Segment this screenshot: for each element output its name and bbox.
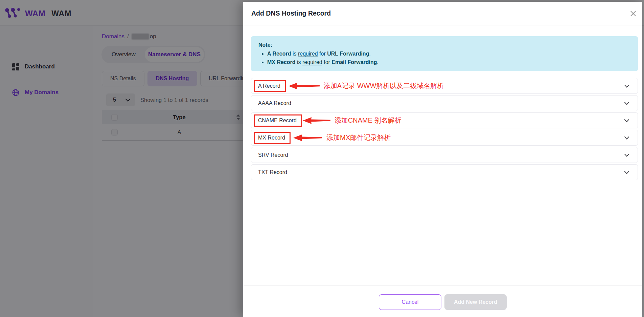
note-list: A Record is required for URL Forwarding.… (267, 49, 630, 66)
chevron-down-icon (623, 169, 630, 176)
cancel-button[interactable]: Cancel (379, 294, 441, 310)
chevron-down-icon (623, 100, 630, 107)
note-heading: Note: (258, 41, 630, 49)
add-dns-record-modal: Add DNS Hosting Record Note: A Record is… (243, 2, 642, 317)
accordion-item-mx-record[interactable]: MX Record 添加MX邮件记录解析 (251, 130, 638, 146)
accordion-item-txt-record[interactable]: TXT Record (251, 164, 638, 180)
chevron-down-icon (623, 152, 630, 158)
accordion-label: A Record (254, 80, 286, 92)
note-item: A Record is required for URL Forwarding. (267, 49, 630, 58)
accordion-label: MX Record (254, 132, 291, 144)
chevron-down-icon (623, 83, 630, 89)
accordion-label: SRV Record (258, 152, 288, 158)
chevron-down-icon (623, 134, 630, 141)
record-type-accordion: A Record 添加A记录 WWW解析以及二级域名解析 AAAA Record… (251, 78, 638, 180)
annotation-text: 添加MX邮件记录解析 (326, 133, 391, 142)
accordion-item-cname-record[interactable]: CNAME Record 添加CNAME 别名解析 (251, 112, 638, 128)
close-button[interactable] (629, 9, 638, 18)
info-note: Note: A Record is required for URL Forwa… (251, 36, 638, 71)
accordion-item-a-record[interactable]: A Record 添加A记录 WWW解析以及二级域名解析 (251, 78, 638, 94)
annotation-arrow-icon (293, 133, 323, 142)
screenshot-root: WAM WAM Dashboard My Domains Domains (0, 0, 644, 317)
modal-body: Note: A Record is required for URL Forwa… (243, 25, 642, 285)
add-new-record-button[interactable]: Add New Record (444, 294, 507, 310)
annotation-text: 添加CNAME 别名解析 (335, 116, 401, 125)
accordion-label: TXT Record (258, 169, 287, 175)
annotation-arrow-icon (288, 82, 320, 90)
accordion-item-srv-record[interactable]: SRV Record (251, 147, 638, 163)
modal-footer: Cancel Add New Record (243, 285, 642, 317)
accordion-item-aaaa-record[interactable]: AAAA Record (251, 95, 638, 111)
close-icon (630, 10, 637, 17)
annotation-text: 添加A记录 WWW解析以及二级域名解析 (324, 81, 444, 90)
modal-header: Add DNS Hosting Record (243, 2, 642, 25)
note-item: MX Record is required for Email Forwardi… (267, 58, 630, 66)
chevron-down-icon (623, 117, 630, 124)
modal-title: Add DNS Hosting Record (251, 9, 331, 17)
accordion-label: AAAA Record (258, 100, 291, 106)
accordion-label: CNAME Record (254, 114, 302, 127)
annotation-arrow-icon (302, 116, 331, 125)
